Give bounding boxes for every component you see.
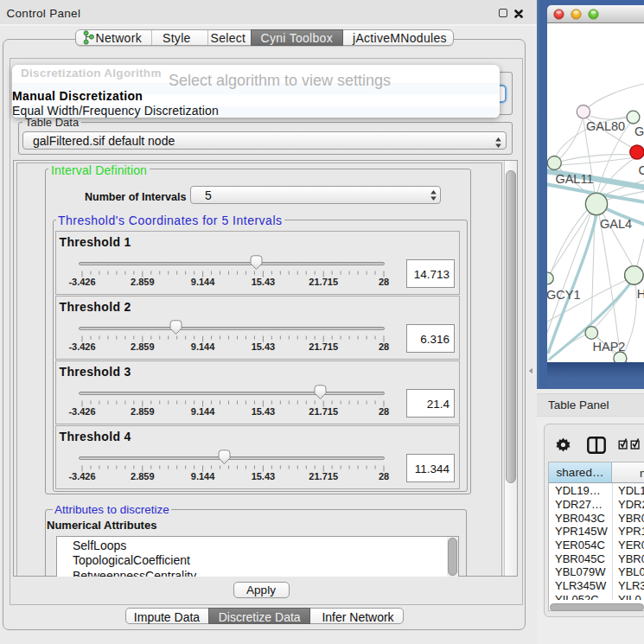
svg-text:GAL11: GAL11	[555, 172, 593, 186]
svg-text:C: C	[639, 163, 644, 177]
svg-text:GCY1: GCY1	[547, 288, 581, 302]
svg-text:HAP2: HAP2	[593, 340, 626, 354]
svg-text:H: H	[637, 287, 644, 301]
svg-text:GAL4: GAL4	[600, 217, 632, 231]
svg-text:GAL80: GAL80	[586, 119, 625, 133]
svg-text:GA: GA	[634, 124, 644, 138]
